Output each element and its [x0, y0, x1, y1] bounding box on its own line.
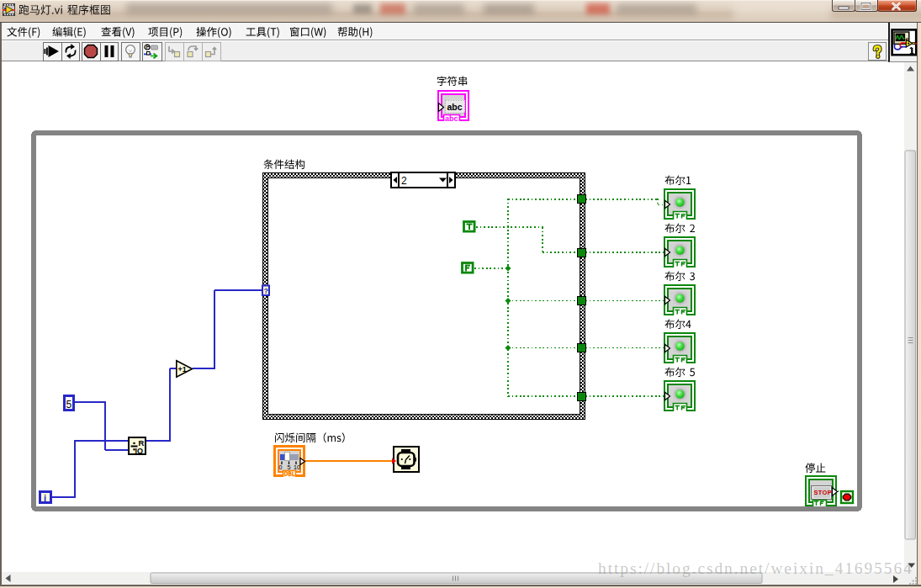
svg-text:10: 10 — [294, 464, 300, 471]
svg-text:?: ? — [263, 287, 268, 295]
svg-text:5: 5 — [66, 399, 72, 411]
svg-text:abc: abc — [447, 102, 463, 112]
svg-text:5: 5 — [288, 464, 291, 471]
svg-text:STOP: STOP — [814, 489, 832, 496]
svg-text:0: 0 — [279, 464, 283, 471]
svg-text:+1: +1 — [178, 365, 187, 373]
svg-text:abc: abc — [445, 114, 458, 123]
svg-text:2: 2 — [401, 175, 407, 187]
svg-text:IQ: IQ — [135, 447, 144, 455]
svg-text:i: i — [44, 493, 46, 503]
